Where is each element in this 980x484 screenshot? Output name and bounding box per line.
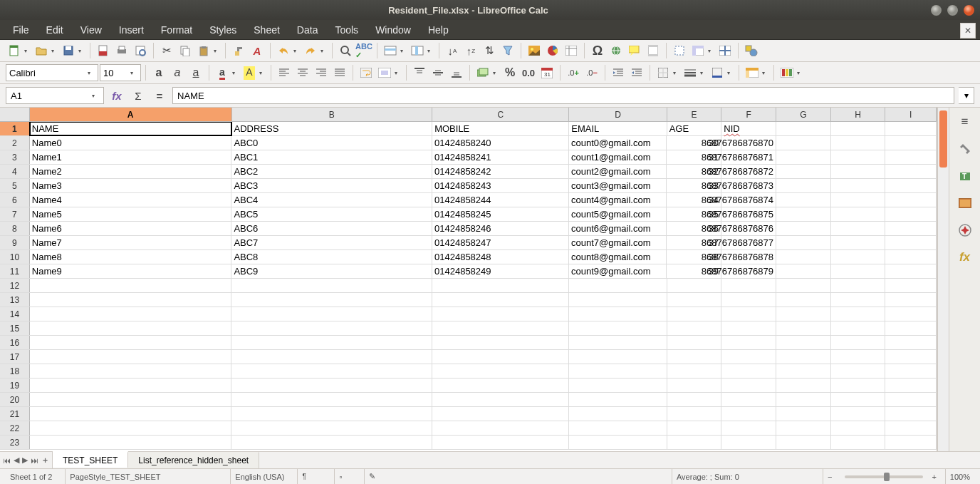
cell-A19[interactable] <box>30 379 232 392</box>
cell-C6[interactable]: 01424858244 <box>432 193 569 207</box>
redo-button[interactable] <box>302 42 319 59</box>
cell-I15[interactable] <box>885 321 937 335</box>
cell-C4[interactable]: 01424858242 <box>432 165 569 178</box>
cell-F16[interactable] <box>721 336 776 349</box>
cell-G19[interactable] <box>776 379 831 392</box>
cell-F23[interactable] <box>721 436 776 449</box>
cell-B9[interactable]: ABC7 <box>231 236 432 249</box>
sidebar-settings-icon[interactable]: ≡ <box>955 112 975 132</box>
cell-D16[interactable] <box>569 336 667 349</box>
cell-I3[interactable] <box>885 150 937 164</box>
cell-A17[interactable] <box>30 350 232 364</box>
select-all-corner[interactable] <box>0 108 30 121</box>
cell-I2[interactable] <box>885 136 937 150</box>
cell-A1[interactable]: NAME <box>30 122 232 135</box>
border-color-button[interactable] <box>709 64 726 81</box>
row-header-7[interactable]: 7 <box>0 207 30 221</box>
cell-F12[interactable] <box>721 279 776 292</box>
paste-button[interactable] <box>195 42 212 59</box>
cell-H23[interactable] <box>831 436 886 449</box>
sort-asc-button[interactable]: ↓A <box>444 42 461 59</box>
new-document-button[interactable] <box>6 42 23 59</box>
cell-A18[interactable] <box>30 364 232 378</box>
merge-cells-button[interactable] <box>376 64 393 81</box>
cell-I6[interactable] <box>885 193 937 207</box>
status-signature[interactable]: ✎ <box>364 469 385 484</box>
cell-G16[interactable] <box>776 336 831 349</box>
cell-C16[interactable] <box>432 336 569 349</box>
cell-H10[interactable] <box>831 250 886 264</box>
cell-E17[interactable] <box>667 350 722 364</box>
row-header-13[interactable]: 13 <box>0 293 30 307</box>
underline-button[interactable]: a <box>187 64 204 81</box>
cell-I1[interactable] <box>885 122 937 135</box>
window-minimize-button[interactable] <box>931 5 942 16</box>
column-header-E[interactable]: E <box>667 108 722 121</box>
cell-G18[interactable] <box>776 364 831 378</box>
cell-F8[interactable]: 86876786876876 <box>721 222 776 235</box>
cell-A4[interactable]: Name2 <box>30 165 232 178</box>
cell-D14[interactable] <box>569 307 667 321</box>
cell-C18[interactable] <box>432 364 569 378</box>
cell-F19[interactable] <box>721 379 776 392</box>
cell-I9[interactable] <box>885 236 937 249</box>
cell-G17[interactable] <box>776 350 831 364</box>
status-insert-mode[interactable]: ¶ <box>297 469 325 484</box>
cell-A7[interactable]: Name5 <box>30 207 232 221</box>
cell-B6[interactable]: ABC4 <box>231 193 432 207</box>
cell-D10[interactable]: count8@gmail.com <box>569 250 667 264</box>
cell-F9[interactable]: 86876786876877 <box>721 236 776 249</box>
cell-C9[interactable]: 01424858247 <box>432 236 569 249</box>
cell-G4[interactable] <box>776 165 831 178</box>
row-header-9[interactable]: 9 <box>0 236 30 249</box>
menu-insert[interactable]: Insert <box>110 21 152 38</box>
cell-I20[interactable] <box>885 393 937 406</box>
cell-B1[interactable]: ADDRESS <box>231 122 432 135</box>
cell-F18[interactable] <box>721 364 776 378</box>
split-window-button[interactable] <box>716 42 734 59</box>
clear-formatting-button[interactable]: A <box>249 42 266 59</box>
cut-button[interactable]: ✂ <box>158 42 175 59</box>
cell-C1[interactable]: MOBILE <box>432 122 569 135</box>
cell-H5[interactable] <box>831 179 886 192</box>
cell-H2[interactable] <box>831 136 886 150</box>
cell-H17[interactable] <box>831 350 886 364</box>
cell-D5[interactable]: count3@gmail.com <box>569 179 667 192</box>
cell-D15[interactable] <box>569 321 667 335</box>
cell-H13[interactable] <box>831 293 886 307</box>
cell-C2[interactable]: 01424858240 <box>432 136 569 150</box>
cell-F1[interactable]: NID <box>721 122 776 135</box>
cell-D1[interactable]: EMAIL <box>569 122 667 135</box>
cell-H16[interactable] <box>831 336 886 349</box>
align-center-button[interactable] <box>294 64 311 81</box>
cell-I13[interactable] <box>885 293 937 307</box>
tab-first-button[interactable]: ⏮ <box>3 456 11 465</box>
cell-F15[interactable] <box>721 321 776 335</box>
cell-I10[interactable] <box>885 250 937 264</box>
cell-I7[interactable] <box>885 207 937 221</box>
horizontal-scrollbar[interactable] <box>259 452 980 468</box>
redo-dropdown[interactable]: ▾ <box>320 48 328 54</box>
save-button[interactable] <box>60 42 77 59</box>
column-header-F[interactable]: F <box>721 108 776 121</box>
align-top-button[interactable] <box>411 64 428 81</box>
sum-button[interactable]: Σ <box>130 87 147 104</box>
undo-button[interactable] <box>275 42 292 59</box>
status-page-style[interactable]: PageStyle_TEST_SHEET <box>65 469 221 484</box>
menu-sheet[interactable]: Sheet <box>245 21 288 38</box>
cell-A10[interactable]: Name8 <box>30 250 232 264</box>
print-preview-button[interactable] <box>132 42 149 59</box>
menu-view[interactable]: View <box>72 21 110 38</box>
menu-help[interactable]: Help <box>419 21 457 38</box>
cell-H15[interactable] <box>831 321 886 335</box>
cell-I16[interactable] <box>885 336 937 349</box>
cell-H6[interactable] <box>831 193 886 207</box>
decrease-indent-button[interactable] <box>628 64 645 81</box>
cell-F11[interactable]: 86876786876879 <box>721 264 776 278</box>
cell-A5[interactable]: Name3 <box>30 179 232 192</box>
cell-C10[interactable]: 01424858248 <box>432 250 569 264</box>
cell-A15[interactable] <box>30 321 232 335</box>
cell-D3[interactable]: count1@gmail.com <box>569 150 667 164</box>
cell-F21[interactable] <box>721 407 776 421</box>
percent-button[interactable]: % <box>501 64 518 81</box>
